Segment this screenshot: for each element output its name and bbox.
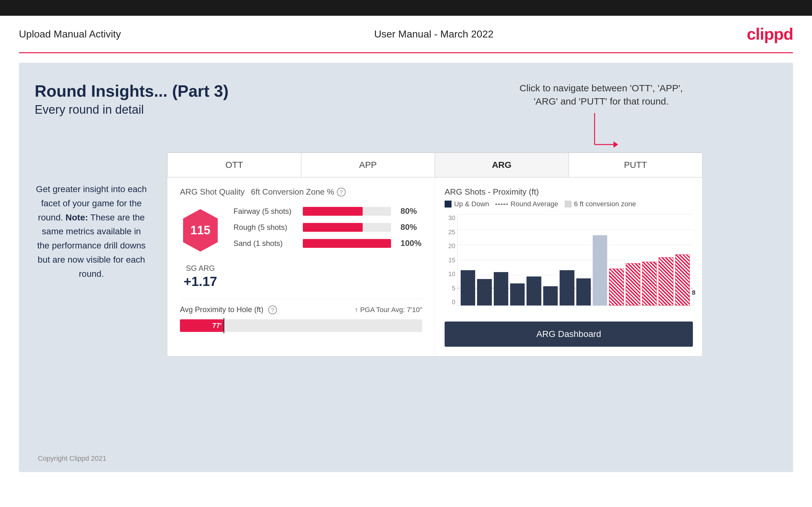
legend-round-avg: Round Average [495,200,558,208]
bar-3 [494,218,508,305]
legend-up-down-icon [445,201,452,208]
y-label-25: 25 [445,229,457,236]
legend-items: Up & Down Round Average 6 ft conversion … [445,200,636,208]
sg-arg-label: SG ARG [180,264,221,273]
y-label-0: 0 [445,298,457,306]
fairway-bar-container [303,207,391,216]
sg-arg-value: +1.17 [180,274,221,289]
bar-13 [659,218,673,305]
proximity-bar-container: 77' [180,319,422,332]
shot-quality-bars: Fairway (5 shots) 80% Rough (5 shots) [234,206,422,255]
y-label-15: 15 [445,257,457,264]
upload-label: Upload Manual Activity [19,29,121,40]
right-panel-header: ARG Shots - Proximity (ft) Up & Down Rou… [445,187,693,208]
bar-14 [675,218,690,305]
bar-6 [543,218,558,305]
tab-navigation: OTT APP ARG PUTT [167,153,702,178]
rough-label: Rough (5 shots) [234,223,297,232]
chart-bars-area [457,215,693,306]
tab-putt[interactable]: PUTT [569,153,703,177]
tab-ott[interactable]: OTT [167,153,301,177]
legend-up-down-label: Up & Down [454,200,489,208]
y-axis: 0 5 10 15 20 25 30 [445,215,457,306]
rough-bar-container [303,223,391,232]
y-label-30: 30 [445,215,457,222]
legend-up-down: Up & Down [445,200,489,208]
header-divider [19,52,793,53]
description-box: Get greater insight into each facet of y… [35,182,148,281]
tab-app[interactable]: APP [301,153,435,177]
proximity-bar-fill: 77' [180,319,223,332]
y-label-5: 5 [445,285,457,292]
sand-percent: 100% [401,238,421,248]
proximity-header: Avg Proximity to Hole (ft) ? ↑ PGA Tour … [180,305,422,314]
bar-12 [642,218,657,305]
sand-row: Sand (1 shots) 100% [234,238,422,248]
sand-bar-container [303,239,391,248]
legend-6ft: 6 ft conversion zone [565,200,636,208]
proximity-label: Avg Proximity to Hole (ft) ? [180,305,277,314]
sand-bar-fill [303,239,391,248]
legend-round-avg-label: Round Average [510,200,558,208]
chart-area: 8 0 5 10 15 20 25 30 [445,215,693,315]
bar-7 [560,218,574,305]
proximity-cursor [223,318,224,333]
nav-hint: Click to navigate between 'OTT', 'APP','… [520,81,683,108]
fairway-label: Fairway (5 shots) [234,207,297,216]
right-panel-title: ARG Shots - Proximity (ft) [445,187,539,197]
bar-10 [609,218,623,305]
header: Upload Manual Activity User Manual - Mar… [0,16,812,52]
sg-label-group: SG ARG +1.17 [180,264,221,289]
tab-arg[interactable]: ARG [435,153,569,177]
nav-hint-text: Click to navigate between 'OTT', 'APP','… [520,83,683,106]
bar-9 [593,218,607,305]
proximity-help-icon[interactable]: ? [268,305,277,314]
proximity-section: Avg Proximity to Hole (ft) ? ↑ PGA Tour … [180,298,422,332]
description-text: Get greater insight into each facet of y… [36,184,147,279]
hex-bars-container: 115 Fairway (5 shots) 80% [180,206,422,255]
right-panel: ARG Shots - Proximity (ft) Up & Down Rou… [435,178,702,356]
hex-value-text: 115 [190,224,210,237]
legend-6ft-label: 6 ft conversion zone [574,200,636,208]
fairway-row: Fairway (5 shots) 80% [234,206,422,216]
rough-percent: 80% [401,222,417,232]
top-bar [0,0,812,16]
pga-avg: ↑ PGA Tour Avg: 7'10" [355,306,422,314]
fairway-bar-fill [303,207,363,216]
bar-11 [626,218,640,305]
copyright: Copyright Clippd 2021 [38,454,106,463]
shot-quality-label: ARG Shot Quality [180,187,245,197]
svg-marker-2 [613,142,618,148]
main-content: Round Insights... (Part 3) Every round i… [19,63,793,472]
card-content: ARG Shot Quality 6ft Conversion Zone % ?… [167,178,702,356]
help-icon[interactable]: ? [337,188,346,196]
rough-bar-fill [303,223,363,232]
bar-5 [526,218,541,305]
dashboard-card: OTT APP ARG PUTT ARG Shot Quality 6ft Co… [167,153,703,356]
sg-section: SG ARG +1.17 [180,264,422,289]
conversion-label: 6ft Conversion Zone % [251,187,334,197]
rough-row: Rough (5 shots) 80% [234,222,422,232]
fairway-percent: 80% [401,206,417,216]
legend-dashed-icon [495,204,508,205]
y-label-10: 10 [445,271,457,278]
y-label-20: 20 [445,242,457,250]
bar-8 [576,218,591,305]
bar-2 [477,218,492,305]
sand-label: Sand (1 shots) [234,239,297,248]
panel-header: ARG Shot Quality 6ft Conversion Zone % ? [180,187,422,197]
left-panel: ARG Shot Quality 6ft Conversion Zone % ?… [167,178,435,356]
manual-date: User Manual - March 2022 [374,29,494,40]
bar-1 [461,218,475,305]
clippd-logo: clippd [747,24,793,44]
hexagon-score: 115 [180,208,221,253]
svg-text:115: 115 [190,224,210,237]
arg-dashboard-button[interactable]: ARG Dashboard [445,322,693,347]
bar-4 [510,218,525,305]
legend-6ft-icon [565,201,571,208]
